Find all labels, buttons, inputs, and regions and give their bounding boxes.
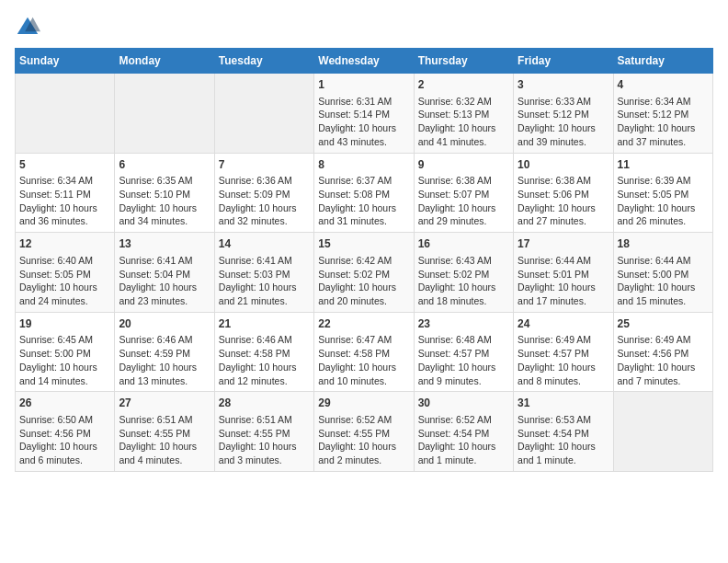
day-info: Sunset: 5:08 PM (318, 188, 409, 201)
column-header-monday: Monday (115, 49, 214, 74)
day-info: Sunrise: 6:31 AM (318, 95, 409, 109)
day-info: Daylight: 10 hours and 32 minutes. (219, 201, 310, 228)
day-info: Sunrise: 6:44 AM (618, 254, 709, 268)
calendar-cell: 20Sunrise: 6:46 AMSunset: 4:59 PMDayligh… (115, 312, 214, 392)
day-info: Sunrise: 6:51 AM (119, 413, 210, 427)
calendar-cell: 25Sunrise: 6:49 AMSunset: 4:56 PMDayligh… (613, 312, 712, 392)
day-info: Daylight: 10 hours and 43 minutes. (318, 121, 409, 148)
day-number: 24 (518, 316, 609, 332)
day-info: Sunset: 5:10 PM (119, 188, 210, 201)
day-info: Daylight: 10 hours and 6 minutes. (19, 440, 110, 466)
calendar-table: SundayMondayTuesdayWednesdayThursdayFrid… (15, 48, 713, 472)
day-info: Daylight: 10 hours and 7 minutes. (618, 361, 709, 387)
day-info: Sunrise: 6:37 AM (318, 174, 409, 188)
day-number: 5 (19, 157, 110, 173)
calendar-cell: 18Sunrise: 6:44 AMSunset: 5:00 PMDayligh… (613, 233, 712, 313)
calendar-cell (115, 74, 214, 154)
calendar-cell: 4Sunrise: 6:34 AMSunset: 5:12 PMDaylight… (613, 74, 712, 154)
day-info: Sunrise: 6:49 AM (618, 333, 709, 347)
column-header-friday: Friday (514, 49, 613, 74)
day-info: Daylight: 10 hours and 20 minutes. (318, 281, 409, 307)
calendar-cell: 3Sunrise: 6:33 AMSunset: 5:12 PMDaylight… (514, 74, 613, 154)
day-info: Sunset: 4:54 PM (518, 427, 609, 441)
day-info: Sunset: 5:12 PM (518, 108, 609, 121)
calendar-cell: 23Sunrise: 6:48 AMSunset: 4:57 PMDayligh… (414, 312, 513, 392)
day-info: Daylight: 10 hours and 29 minutes. (418, 201, 509, 228)
calendar-cell: 30Sunrise: 6:52 AMSunset: 4:54 PMDayligh… (414, 392, 513, 472)
day-info: Daylight: 10 hours and 15 minutes. (618, 281, 709, 307)
day-info: Sunrise: 6:38 AM (518, 174, 609, 188)
calendar-cell: 8Sunrise: 6:37 AMSunset: 5:08 PMDaylight… (314, 153, 414, 233)
day-info: Daylight: 10 hours and 17 minutes. (518, 281, 609, 307)
day-info: Daylight: 10 hours and 24 minutes. (19, 281, 110, 307)
calendar-cell: 26Sunrise: 6:50 AMSunset: 4:56 PMDayligh… (16, 392, 115, 472)
calendar-cell: 31Sunrise: 6:53 AMSunset: 4:54 PMDayligh… (514, 392, 613, 472)
day-info: Sunrise: 6:32 AM (418, 95, 509, 109)
day-info: Sunset: 5:14 PM (318, 108, 409, 121)
day-number: 16 (418, 236, 509, 252)
day-number: 21 (219, 316, 310, 332)
day-info: Sunset: 5:02 PM (418, 268, 509, 282)
column-header-saturday: Saturday (613, 49, 712, 74)
calendar-cell: 14Sunrise: 6:41 AMSunset: 5:03 PMDayligh… (214, 233, 313, 313)
calendar-cell: 10Sunrise: 6:38 AMSunset: 5:06 PMDayligh… (514, 153, 613, 233)
logo (15, 15, 44, 40)
day-info: Sunrise: 6:49 AM (518, 333, 609, 347)
day-info: Daylight: 10 hours and 21 minutes. (219, 281, 310, 307)
day-info: Daylight: 10 hours and 8 minutes. (518, 361, 609, 387)
day-info: Sunset: 4:56 PM (618, 347, 709, 361)
day-info: Sunset: 5:00 PM (19, 347, 110, 361)
day-info: Sunset: 5:05 PM (19, 268, 110, 282)
day-info: Daylight: 10 hours and 10 minutes. (318, 361, 409, 387)
day-number: 29 (318, 396, 409, 411)
calendar-cell: 6Sunrise: 6:35 AMSunset: 5:10 PMDaylight… (115, 153, 214, 233)
day-info: Daylight: 10 hours and 14 minutes. (19, 361, 110, 387)
day-number: 9 (418, 157, 509, 173)
day-info: Sunrise: 6:40 AM (19, 254, 110, 268)
day-info: Sunrise: 6:41 AM (219, 254, 310, 268)
day-info: Daylight: 10 hours and 1 minute. (518, 440, 609, 466)
calendar-cell: 12Sunrise: 6:40 AMSunset: 5:05 PMDayligh… (16, 233, 115, 313)
day-info: Sunrise: 6:46 AM (119, 333, 210, 347)
day-info: Sunset: 5:06 PM (518, 188, 609, 201)
day-number: 14 (219, 236, 310, 252)
day-info: Sunrise: 6:53 AM (518, 413, 609, 427)
day-info: Sunset: 5:12 PM (618, 108, 709, 121)
day-info: Sunset: 5:00 PM (618, 268, 709, 282)
day-info: Sunrise: 6:44 AM (518, 254, 609, 268)
day-number: 22 (318, 316, 409, 332)
day-info: Sunset: 4:58 PM (219, 347, 310, 361)
calendar-cell: 16Sunrise: 6:43 AMSunset: 5:02 PMDayligh… (414, 233, 513, 313)
day-number: 23 (418, 316, 509, 332)
header-row: SundayMondayTuesdayWednesdayThursdayFrid… (16, 49, 713, 74)
day-info: Sunset: 4:57 PM (418, 347, 509, 361)
day-info: Daylight: 10 hours and 37 minutes. (618, 121, 709, 148)
calendar-cell (214, 74, 313, 154)
calendar-cell: 9Sunrise: 6:38 AMSunset: 5:07 PMDaylight… (414, 153, 513, 233)
column-header-thursday: Thursday (414, 49, 513, 74)
day-info: Sunset: 5:04 PM (119, 268, 210, 282)
day-info: Sunrise: 6:52 AM (318, 413, 409, 427)
day-info: Daylight: 10 hours and 3 minutes. (219, 440, 310, 466)
day-info: Sunset: 4:55 PM (318, 427, 409, 441)
calendar-cell: 13Sunrise: 6:41 AMSunset: 5:04 PMDayligh… (115, 233, 214, 313)
day-number: 31 (518, 396, 609, 411)
day-info: Daylight: 10 hours and 23 minutes. (119, 281, 210, 307)
calendar-cell: 15Sunrise: 6:42 AMSunset: 5:02 PMDayligh… (314, 233, 414, 313)
calendar-cell: 29Sunrise: 6:52 AMSunset: 4:55 PMDayligh… (314, 392, 414, 472)
calendar-cell: 7Sunrise: 6:36 AMSunset: 5:09 PMDaylight… (214, 153, 313, 233)
day-number: 30 (418, 396, 509, 411)
day-info: Sunset: 5:03 PM (219, 268, 310, 282)
day-info: Sunset: 5:07 PM (418, 188, 509, 201)
day-info: Daylight: 10 hours and 2 minutes. (318, 440, 409, 466)
day-number: 13 (119, 236, 210, 252)
day-info: Daylight: 10 hours and 18 minutes. (418, 281, 509, 307)
day-number: 7 (219, 157, 310, 173)
day-info: Daylight: 10 hours and 9 minutes. (418, 361, 509, 387)
day-number: 8 (318, 157, 409, 173)
week-row-4: 19Sunrise: 6:45 AMSunset: 5:00 PMDayligh… (16, 312, 713, 392)
day-number: 27 (119, 396, 210, 411)
calendar-cell (613, 392, 712, 472)
day-info: Sunset: 5:01 PM (518, 268, 609, 282)
logo-icon (15, 15, 40, 40)
